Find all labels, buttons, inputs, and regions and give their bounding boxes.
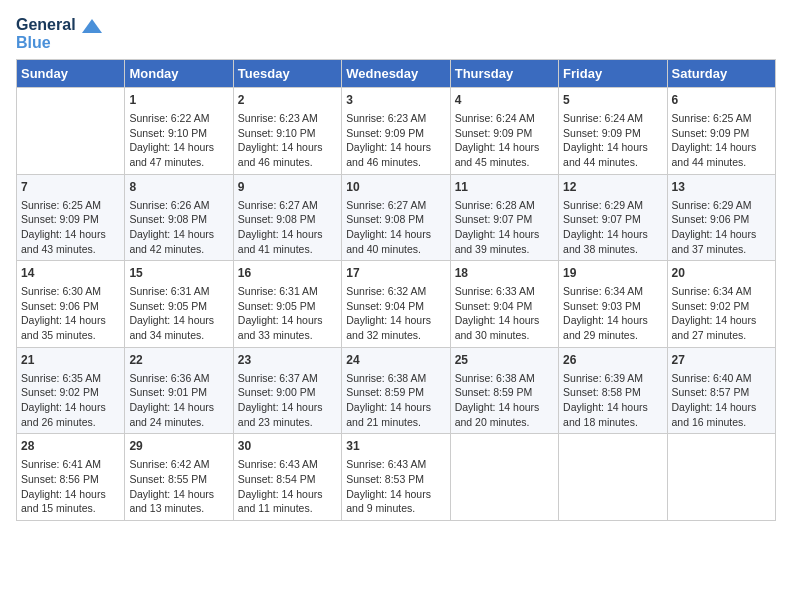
calendar-cell: 22Sunrise: 6:36 AM Sunset: 9:01 PM Dayli…	[125, 347, 233, 434]
day-number: 19	[563, 265, 662, 282]
day-number: 16	[238, 265, 337, 282]
cell-content: Sunrise: 6:22 AM Sunset: 9:10 PM Dayligh…	[129, 111, 228, 170]
calendar-cell: 26Sunrise: 6:39 AM Sunset: 8:58 PM Dayli…	[559, 347, 667, 434]
cell-content: Sunrise: 6:38 AM Sunset: 8:59 PM Dayligh…	[346, 371, 445, 430]
day-number: 15	[129, 265, 228, 282]
calendar-week-row: 14Sunrise: 6:30 AM Sunset: 9:06 PM Dayli…	[17, 261, 776, 348]
cell-content: Sunrise: 6:25 AM Sunset: 9:09 PM Dayligh…	[672, 111, 771, 170]
day-number: 2	[238, 92, 337, 109]
cell-content: Sunrise: 6:35 AM Sunset: 9:02 PM Dayligh…	[21, 371, 120, 430]
day-number: 17	[346, 265, 445, 282]
day-header: Monday	[125, 60, 233, 88]
calendar-cell: 5Sunrise: 6:24 AM Sunset: 9:09 PM Daylig…	[559, 88, 667, 175]
cell-content: Sunrise: 6:24 AM Sunset: 9:09 PM Dayligh…	[455, 111, 554, 170]
calendar-cell: 30Sunrise: 6:43 AM Sunset: 8:54 PM Dayli…	[233, 434, 341, 521]
cell-content: Sunrise: 6:32 AM Sunset: 9:04 PM Dayligh…	[346, 284, 445, 343]
day-header: Tuesday	[233, 60, 341, 88]
day-number: 3	[346, 92, 445, 109]
cell-content: Sunrise: 6:27 AM Sunset: 9:08 PM Dayligh…	[238, 198, 337, 257]
day-number: 4	[455, 92, 554, 109]
day-number: 31	[346, 438, 445, 455]
calendar-week-row: 28Sunrise: 6:41 AM Sunset: 8:56 PM Dayli…	[17, 434, 776, 521]
calendar-cell: 21Sunrise: 6:35 AM Sunset: 9:02 PM Dayli…	[17, 347, 125, 434]
calendar-cell: 23Sunrise: 6:37 AM Sunset: 9:00 PM Dayli…	[233, 347, 341, 434]
calendar-cell	[17, 88, 125, 175]
day-number: 24	[346, 352, 445, 369]
day-number: 12	[563, 179, 662, 196]
cell-content: Sunrise: 6:41 AM Sunset: 8:56 PM Dayligh…	[21, 457, 120, 516]
calendar-cell	[559, 434, 667, 521]
calendar-cell: 2Sunrise: 6:23 AM Sunset: 9:10 PM Daylig…	[233, 88, 341, 175]
cell-content: Sunrise: 6:23 AM Sunset: 9:10 PM Dayligh…	[238, 111, 337, 170]
day-number: 10	[346, 179, 445, 196]
calendar-week-row: 1Sunrise: 6:22 AM Sunset: 9:10 PM Daylig…	[17, 88, 776, 175]
calendar-cell: 16Sunrise: 6:31 AM Sunset: 9:05 PM Dayli…	[233, 261, 341, 348]
calendar-cell: 7Sunrise: 6:25 AM Sunset: 9:09 PM Daylig…	[17, 174, 125, 261]
calendar-cell: 12Sunrise: 6:29 AM Sunset: 9:07 PM Dayli…	[559, 174, 667, 261]
cell-content: Sunrise: 6:29 AM Sunset: 9:06 PM Dayligh…	[672, 198, 771, 257]
calendar-cell: 19Sunrise: 6:34 AM Sunset: 9:03 PM Dayli…	[559, 261, 667, 348]
day-number: 30	[238, 438, 337, 455]
calendar-cell: 25Sunrise: 6:38 AM Sunset: 8:59 PM Dayli…	[450, 347, 558, 434]
day-header: Saturday	[667, 60, 775, 88]
calendar-cell: 18Sunrise: 6:33 AM Sunset: 9:04 PM Dayli…	[450, 261, 558, 348]
calendar-cell: 10Sunrise: 6:27 AM Sunset: 9:08 PM Dayli…	[342, 174, 450, 261]
day-number: 23	[238, 352, 337, 369]
calendar-cell: 14Sunrise: 6:30 AM Sunset: 9:06 PM Dayli…	[17, 261, 125, 348]
calendar-cell: 8Sunrise: 6:26 AM Sunset: 9:08 PM Daylig…	[125, 174, 233, 261]
day-number: 26	[563, 352, 662, 369]
cell-content: Sunrise: 6:29 AM Sunset: 9:07 PM Dayligh…	[563, 198, 662, 257]
header: General Blue	[16, 16, 776, 51]
day-header: Friday	[559, 60, 667, 88]
logo-line1: General	[16, 16, 102, 34]
cell-content: Sunrise: 6:24 AM Sunset: 9:09 PM Dayligh…	[563, 111, 662, 170]
cell-content: Sunrise: 6:27 AM Sunset: 9:08 PM Dayligh…	[346, 198, 445, 257]
calendar-cell: 31Sunrise: 6:43 AM Sunset: 8:53 PM Dayli…	[342, 434, 450, 521]
day-number: 11	[455, 179, 554, 196]
cell-content: Sunrise: 6:33 AM Sunset: 9:04 PM Dayligh…	[455, 284, 554, 343]
calendar-cell	[450, 434, 558, 521]
day-number: 1	[129, 92, 228, 109]
cell-content: Sunrise: 6:39 AM Sunset: 8:58 PM Dayligh…	[563, 371, 662, 430]
day-number: 14	[21, 265, 120, 282]
calendar-cell: 1Sunrise: 6:22 AM Sunset: 9:10 PM Daylig…	[125, 88, 233, 175]
cell-content: Sunrise: 6:30 AM Sunset: 9:06 PM Dayligh…	[21, 284, 120, 343]
calendar-week-row: 7Sunrise: 6:25 AM Sunset: 9:09 PM Daylig…	[17, 174, 776, 261]
day-number: 8	[129, 179, 228, 196]
calendar-cell: 13Sunrise: 6:29 AM Sunset: 9:06 PM Dayli…	[667, 174, 775, 261]
calendar-week-row: 21Sunrise: 6:35 AM Sunset: 9:02 PM Dayli…	[17, 347, 776, 434]
calendar-cell: 11Sunrise: 6:28 AM Sunset: 9:07 PM Dayli…	[450, 174, 558, 261]
calendar-cell: 6Sunrise: 6:25 AM Sunset: 9:09 PM Daylig…	[667, 88, 775, 175]
calendar-cell: 17Sunrise: 6:32 AM Sunset: 9:04 PM Dayli…	[342, 261, 450, 348]
logo-line2: Blue	[16, 34, 102, 52]
cell-content: Sunrise: 6:36 AM Sunset: 9:01 PM Dayligh…	[129, 371, 228, 430]
day-number: 25	[455, 352, 554, 369]
cell-content: Sunrise: 6:37 AM Sunset: 9:00 PM Dayligh…	[238, 371, 337, 430]
day-number: 5	[563, 92, 662, 109]
cell-content: Sunrise: 6:42 AM Sunset: 8:55 PM Dayligh…	[129, 457, 228, 516]
day-number: 7	[21, 179, 120, 196]
day-header: Thursday	[450, 60, 558, 88]
calendar-cell: 29Sunrise: 6:42 AM Sunset: 8:55 PM Dayli…	[125, 434, 233, 521]
cell-content: Sunrise: 6:31 AM Sunset: 9:05 PM Dayligh…	[129, 284, 228, 343]
day-number: 20	[672, 265, 771, 282]
calendar-table: SundayMondayTuesdayWednesdayThursdayFrid…	[16, 59, 776, 521]
day-number: 9	[238, 179, 337, 196]
day-number: 22	[129, 352, 228, 369]
cell-content: Sunrise: 6:28 AM Sunset: 9:07 PM Dayligh…	[455, 198, 554, 257]
calendar-cell	[667, 434, 775, 521]
day-number: 21	[21, 352, 120, 369]
calendar-cell: 3Sunrise: 6:23 AM Sunset: 9:09 PM Daylig…	[342, 88, 450, 175]
header-row: SundayMondayTuesdayWednesdayThursdayFrid…	[17, 60, 776, 88]
calendar-cell: 24Sunrise: 6:38 AM Sunset: 8:59 PM Dayli…	[342, 347, 450, 434]
day-number: 6	[672, 92, 771, 109]
day-number: 18	[455, 265, 554, 282]
cell-content: Sunrise: 6:43 AM Sunset: 8:54 PM Dayligh…	[238, 457, 337, 516]
calendar-cell: 27Sunrise: 6:40 AM Sunset: 8:57 PM Dayli…	[667, 347, 775, 434]
cell-content: Sunrise: 6:23 AM Sunset: 9:09 PM Dayligh…	[346, 111, 445, 170]
calendar-cell: 28Sunrise: 6:41 AM Sunset: 8:56 PM Dayli…	[17, 434, 125, 521]
day-header: Sunday	[17, 60, 125, 88]
cell-content: Sunrise: 6:25 AM Sunset: 9:09 PM Dayligh…	[21, 198, 120, 257]
cell-content: Sunrise: 6:40 AM Sunset: 8:57 PM Dayligh…	[672, 371, 771, 430]
calendar-cell: 9Sunrise: 6:27 AM Sunset: 9:08 PM Daylig…	[233, 174, 341, 261]
